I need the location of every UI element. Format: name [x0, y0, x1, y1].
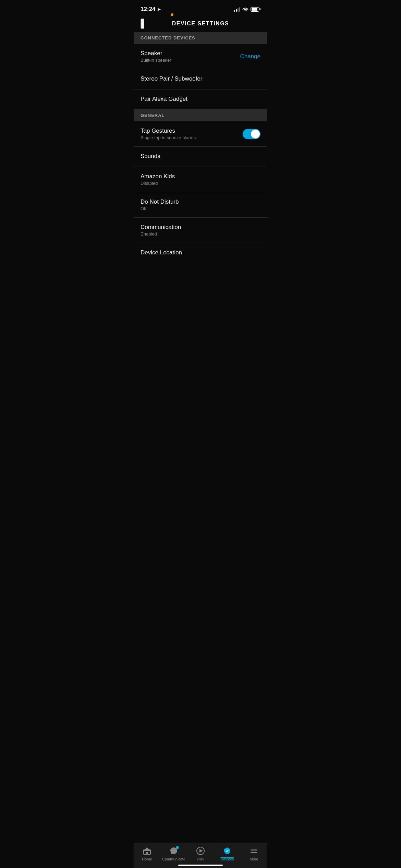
communication-item[interactable]: Communication Enabled	[134, 218, 267, 243]
stereo-pair-title: Stereo Pair / Subwoofer	[141, 75, 260, 82]
orange-dot	[171, 13, 173, 16]
page-header: ‹ DEVICE SETTINGS	[134, 17, 267, 32]
do-not-disturb-subtitle: Off	[141, 206, 260, 211]
signal-strength-icon	[234, 7, 240, 12]
amazon-kids-title: Amazon Kids	[141, 173, 260, 180]
do-not-disturb-title: Do Not Disturb	[141, 198, 260, 205]
section-header-connected-devices: CONNECTED DEVICES	[134, 32, 267, 44]
sounds-title: Sounds	[141, 153, 260, 160]
battery-icon	[251, 7, 260, 12]
sounds-item[interactable]: Sounds	[134, 147, 267, 167]
communication-title: Communication	[141, 224, 260, 231]
toggle-knob	[251, 130, 260, 138]
device-location-item[interactable]: Device Location	[134, 243, 267, 263]
device-location-title: Device Location	[141, 249, 260, 256]
back-button[interactable]: ‹	[141, 19, 144, 29]
location-icon: ➤	[157, 7, 161, 12]
main-content: CONNECTED DEVICES Speaker Built-in speak…	[134, 32, 267, 294]
amazon-kids-subtitle: Disabled	[141, 181, 260, 186]
status-icons	[234, 7, 260, 12]
pair-alexa-gadget-title: Pair Alexa Gadget	[141, 96, 260, 103]
wifi-icon	[242, 7, 248, 12]
general-list: Tap Gestures Single-tap to snooze alarms…	[134, 121, 267, 263]
status-bar: 12:24 ➤	[134, 0, 267, 17]
do-not-disturb-item[interactable]: Do Not Disturb Off	[134, 192, 267, 218]
time-display: 12:24	[141, 6, 155, 13]
section-header-general: GENERAL	[134, 109, 267, 121]
pair-alexa-gadget-item[interactable]: Pair Alexa Gadget	[134, 89, 267, 109]
tap-gestures-subtitle: Single-tap to snooze alarms.	[141, 135, 243, 140]
stereo-pair-item[interactable]: Stereo Pair / Subwoofer	[134, 69, 267, 89]
status-time: 12:24 ➤	[141, 6, 161, 13]
speaker-item[interactable]: Speaker Built-in speaker Change	[134, 44, 267, 69]
connected-devices-list: Speaker Built-in speaker Change Stereo P…	[134, 44, 267, 109]
page-title: DEVICE SETTINGS	[172, 21, 229, 27]
tap-gestures-toggle[interactable]	[243, 129, 260, 139]
speaker-subtitle: Built-in speaker	[141, 58, 240, 63]
tap-gestures-item[interactable]: Tap Gestures Single-tap to snooze alarms…	[134, 121, 267, 147]
speaker-change-button[interactable]: Change	[240, 53, 260, 60]
communication-subtitle: Enabled	[141, 231, 260, 237]
tap-gestures-title: Tap Gestures	[141, 128, 243, 134]
speaker-title: Speaker	[141, 50, 240, 57]
amazon-kids-item[interactable]: Amazon Kids Disabled	[134, 167, 267, 192]
